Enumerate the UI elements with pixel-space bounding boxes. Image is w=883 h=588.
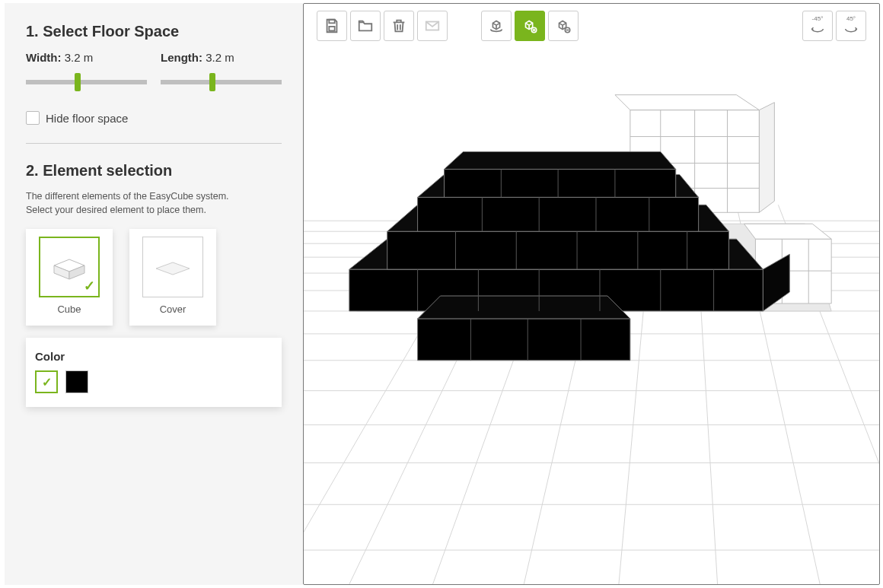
file-group xyxy=(317,11,448,41)
canvas-area[interactable]: -45° 45° xyxy=(303,3,880,585)
elements-row: ✓ Cube Cover xyxy=(26,229,282,326)
section-2-title: 2. Element selection xyxy=(26,162,282,180)
svg-marker-29 xyxy=(759,103,774,213)
color-swatch-white[interactable]: ✓ xyxy=(35,370,58,393)
rotate-left-button[interactable]: -45° xyxy=(802,11,833,41)
mode-group xyxy=(481,11,579,41)
color-panel: Color ✓ xyxy=(26,338,282,407)
color-swatch-black[interactable] xyxy=(65,370,88,393)
check-icon: ✓ xyxy=(84,278,95,294)
hide-floor-checkbox[interactable] xyxy=(26,111,40,125)
element-thumb-cube[interactable]: ✓ xyxy=(39,237,100,297)
check-icon: ✓ xyxy=(37,372,56,392)
svg-rect-73 xyxy=(329,20,334,24)
svg-marker-49 xyxy=(445,151,676,169)
section-1-title: 1. Select Floor Space xyxy=(26,23,282,40)
open-button[interactable] xyxy=(350,11,381,41)
element-card-cube[interactable]: ✓ Cube xyxy=(26,229,113,326)
length-slider[interactable] xyxy=(161,72,282,93)
width-label: Width: 3.2 m xyxy=(26,51,147,64)
svg-marker-46 xyxy=(418,197,699,231)
hide-floor-label: Hide floor space xyxy=(46,112,128,125)
add-cube-button[interactable] xyxy=(515,11,545,41)
dimensions-row: Width: 3.2 m Length: 3.2 m xyxy=(26,51,282,93)
scene-3d[interactable] xyxy=(303,3,880,585)
svg-rect-74 xyxy=(329,27,334,30)
svg-marker-50 xyxy=(418,319,630,361)
color-title: Color xyxy=(35,350,273,363)
section-2-description: The different elements of the EasyCube s… xyxy=(26,190,282,217)
svg-marker-37 xyxy=(744,224,831,239)
length-label: Length: 3.2 m xyxy=(161,51,282,64)
svg-marker-44 xyxy=(387,231,729,269)
rotate-group: -45° 45° xyxy=(802,11,866,41)
svg-marker-3 xyxy=(156,262,190,275)
sidebar: 1. Select Floor Space Width: 3.2 m Lengt… xyxy=(0,0,303,588)
divider xyxy=(26,143,282,144)
save-button[interactable] xyxy=(317,11,347,41)
rotate-view-button[interactable] xyxy=(481,11,512,41)
mail-button[interactable] xyxy=(417,11,448,41)
element-thumb-cover[interactable] xyxy=(142,237,203,297)
width-slider[interactable] xyxy=(26,72,147,93)
element-card-cover[interactable]: Cover xyxy=(129,229,216,326)
rotate-right-button[interactable]: 45° xyxy=(836,11,866,41)
toolbar: -45° 45° xyxy=(317,11,866,41)
delete-button[interactable] xyxy=(384,11,414,41)
svg-marker-48 xyxy=(445,169,676,197)
svg-marker-28 xyxy=(615,95,759,110)
remove-cube-button[interactable] xyxy=(548,11,579,41)
svg-marker-51 xyxy=(418,296,630,319)
